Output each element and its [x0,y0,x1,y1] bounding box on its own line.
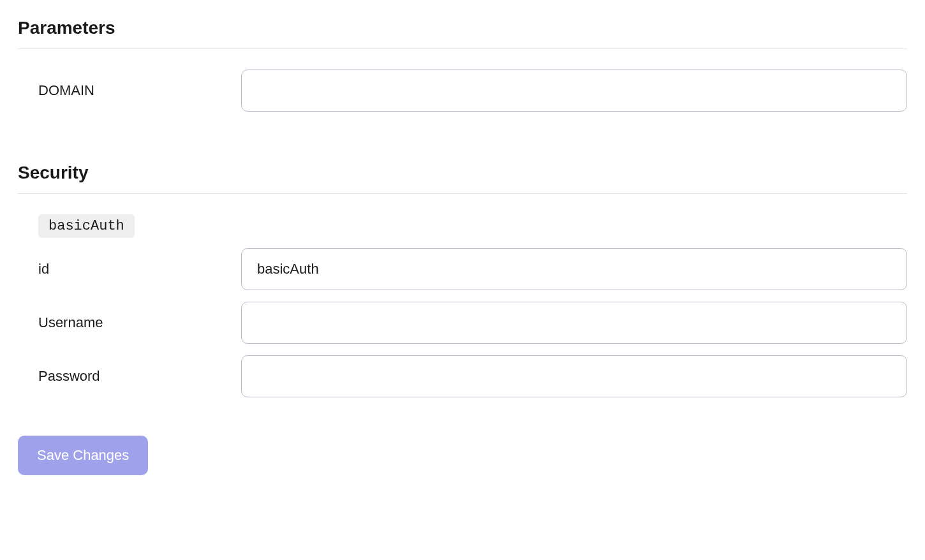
domain-field-row: DOMAIN [18,70,907,112]
security-divider [18,193,907,194]
parameters-divider [18,48,907,49]
password-label: Password [18,368,241,385]
password-input[interactable] [241,355,907,397]
password-field-row: Password [18,355,907,397]
username-label: Username [18,314,241,331]
security-section: Security basicAuth id Username Password [18,163,907,397]
id-label: id [18,261,241,277]
id-input[interactable] [241,248,907,290]
save-changes-button[interactable]: Save Changes [18,436,148,475]
parameters-section: Parameters DOMAIN [18,18,907,112]
auth-type-badge: basicAuth [38,214,135,238]
id-field-row: id [18,248,907,290]
username-input[interactable] [241,302,907,344]
security-fields: id Username Password [18,248,907,397]
security-heading: Security [18,163,907,183]
parameters-heading: Parameters [18,18,907,38]
username-field-row: Username [18,302,907,344]
domain-label: DOMAIN [18,82,241,99]
domain-input[interactable] [241,70,907,112]
